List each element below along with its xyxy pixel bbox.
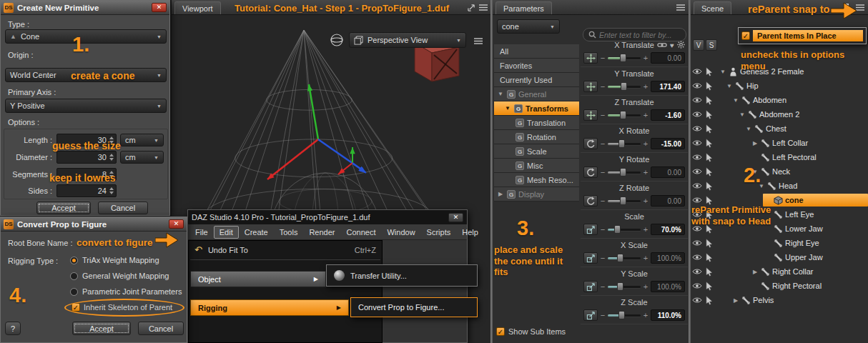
eye-icon[interactable]	[691, 68, 703, 75]
slider-track[interactable]	[608, 310, 641, 320]
eye-icon[interactable]	[691, 197, 703, 204]
scene-node-pelvis[interactable]: ▶Pelvis	[691, 293, 868, 307]
cursor-icon[interactable]	[703, 253, 715, 262]
cursor-icon[interactable]	[703, 182, 715, 191]
scene-node-chest[interactable]: ▼Chest	[691, 121, 868, 136]
eye-icon[interactable]	[691, 139, 703, 146]
tree-expand-icon[interactable]: ▶	[732, 297, 739, 304]
radio-button[interactable]	[70, 288, 78, 296]
spin-down-icon[interactable]	[109, 158, 114, 161]
slider-decrement-button[interactable]: −	[600, 54, 606, 62]
link-icon[interactable]	[657, 41, 667, 49]
diameter-unit-dropdown[interactable]: cm▼	[120, 151, 164, 164]
panel-menu-icon[interactable]	[676, 2, 686, 12]
close-icon[interactable]: ✕	[152, 3, 167, 12]
params-nav-general[interactable]: ▼GGeneral	[494, 87, 579, 101]
eye-icon[interactable]	[691, 96, 703, 104]
cursor-icon[interactable]	[703, 67, 715, 76]
slider-decrement-button[interactable]: −	[600, 282, 606, 291]
spin-up-icon[interactable]	[109, 154, 114, 156]
menu-window[interactable]: Window	[381, 226, 420, 239]
menu-item-object[interactable]: Object ▶	[190, 271, 326, 287]
cursor-icon[interactable]	[703, 196, 715, 205]
slider-increment-button[interactable]: +	[643, 311, 648, 319]
cursor-icon[interactable]	[703, 81, 715, 91]
slider-handle[interactable]	[618, 311, 625, 319]
slider-increment-button[interactable]: +	[643, 168, 648, 177]
params-nav-all[interactable]: All	[494, 44, 579, 59]
menu-item-rigging[interactable]: Rigging ▶	[190, 299, 349, 316]
slider-value[interactable]: 110.0%	[651, 309, 685, 321]
slider-increment-button[interactable]: +	[643, 139, 648, 148]
node-selector-dropdown[interactable]: cone ▼	[497, 19, 560, 34]
eye-icon[interactable]	[691, 254, 703, 261]
menu-item-transfer-utility[interactable]: Transfer Utility...	[350, 272, 407, 280]
scene-node-right-collar[interactable]: ▶Right Collar	[691, 264, 868, 279]
slider-value[interactable]: 171.40	[651, 81, 685, 92]
help-button[interactable]: ?	[5, 322, 21, 335]
panel-menu-icon[interactable]	[855, 2, 865, 12]
slider-increment-button[interactable]: +	[643, 111, 648, 119]
slider-track[interactable]	[608, 110, 641, 120]
params-nav-transforms[interactable]: ▼GTransforms	[494, 101, 579, 116]
view-orbit-icon[interactable]	[329, 32, 345, 48]
eye-icon[interactable]	[691, 297, 703, 304]
rigging-option-2[interactable]: General Weight Mapping	[70, 268, 186, 284]
scene-node-left-pectoral[interactable]: Left Pectoral	[691, 150, 868, 164]
slider-track[interactable]	[608, 81, 641, 91]
slider-handle[interactable]	[620, 111, 626, 119]
cursor-icon[interactable]	[703, 110, 715, 119]
cursor-icon[interactable]	[703, 124, 715, 134]
slider-value[interactable]: -15.00	[651, 138, 685, 149]
cursor-icon[interactable]	[703, 282, 715, 291]
slider-value[interactable]: 100.0%	[651, 281, 685, 292]
eye-icon[interactable]	[691, 168, 703, 175]
slider-handle[interactable]	[617, 254, 623, 262]
slider-value[interactable]: 0.00	[651, 166, 685, 178]
slider-decrement-button[interactable]: −	[600, 111, 606, 119]
visibility-column-button[interactable]: V	[693, 39, 704, 51]
close-icon[interactable]: ✕	[169, 219, 184, 229]
params-nav-scale[interactable]: GScale	[494, 144, 579, 159]
accept-button[interactable]: Accept	[36, 202, 91, 214]
slider-decrement-button[interactable]: −	[600, 311, 606, 319]
scene-node-right-pectoral[interactable]: Right Pectoral	[691, 279, 868, 293]
expand-icon[interactable]: ▶	[497, 191, 504, 197]
primary-axis-dropdown[interactable]: Y Positive ▼	[5, 99, 167, 113]
slider-increment-button[interactable]: +	[643, 82, 648, 91]
accept-button[interactable]: Accept	[72, 322, 131, 335]
eye-icon[interactable]	[691, 268, 703, 275]
slider-decrement-button[interactable]: −	[600, 168, 606, 177]
length-unit-dropdown[interactable]: cm▼	[120, 134, 164, 146]
scene-node-left-collar[interactable]: ▶Left Collar	[691, 136, 868, 150]
spin-up-icon[interactable]	[109, 136, 114, 139]
radio-button[interactable]	[70, 257, 78, 264]
slider-decrement-button[interactable]: −	[600, 139, 606, 148]
checkbox-checked-icon[interactable]: ✓	[741, 31, 750, 40]
collapse-icon[interactable]: ▼	[504, 105, 511, 111]
tree-expand-icon[interactable]: ▶	[751, 269, 759, 275]
tab-viewport[interactable]: Viewport	[174, 1, 221, 14]
menu-item-convert-prop[interactable]: Convert Prop to Figure...	[358, 303, 444, 312]
slider-track[interactable]	[608, 196, 641, 206]
cursor-icon[interactable]	[703, 96, 715, 105]
tree-collapse-icon[interactable]: ▼	[739, 111, 746, 118]
eye-icon[interactable]	[691, 111, 703, 118]
params-nav-currently-used[interactable]: Currently Used	[494, 73, 579, 87]
filter-input[interactable]	[599, 31, 681, 39]
menu-item-parent-in-place[interactable]: Parent Items In Place	[753, 30, 863, 41]
slider-decrement-button[interactable]: −	[600, 225, 606, 234]
slider-track[interactable]	[608, 253, 641, 263]
menu-file[interactable]: File	[189, 226, 214, 239]
tree-collapse-icon[interactable]: ▼	[732, 97, 739, 104]
params-nav-misc[interactable]: GMisc	[494, 159, 579, 173]
slider-increment-button[interactable]: +	[643, 225, 648, 234]
slider-increment-button[interactable]: +	[643, 282, 648, 291]
slider-decrement-button[interactable]: −	[600, 82, 606, 91]
cursor-icon[interactable]	[703, 296, 715, 305]
scene-node-neck[interactable]: ▼Neck	[691, 164, 868, 179]
rigging-option-3[interactable]: Parametric Joint Parameters	[70, 284, 186, 299]
slider-handle[interactable]	[620, 54, 626, 62]
params-nav-display[interactable]: ▶GDisplay	[494, 187, 579, 202]
show-sub-items-row[interactable]: ✓ Show Sub Items	[496, 327, 566, 336]
